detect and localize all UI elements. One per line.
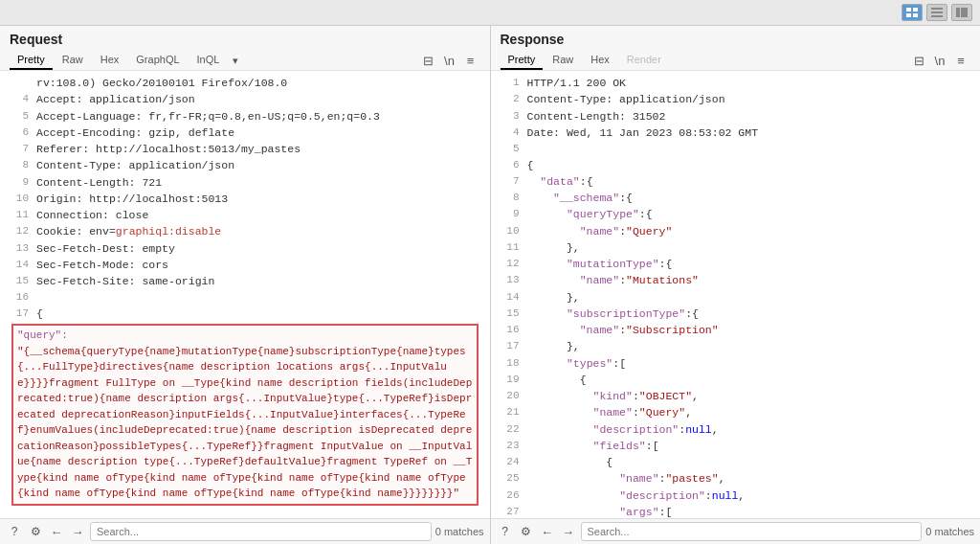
- tab-request-raw[interactable]: Raw: [55, 51, 91, 70]
- request-line-4: 4 Accept: application/json: [0, 91, 490, 107]
- settings-icon[interactable]: ⚙: [27, 523, 44, 540]
- svg-rect-8: [961, 8, 968, 17]
- svg-rect-7: [956, 8, 960, 17]
- request-footer: ? ⚙ ← → 0 matches: [0, 518, 490, 544]
- response-prev-match-button[interactable]: ←: [539, 523, 556, 540]
- response-line-2: 2 Content-Type: application/json: [491, 91, 981, 107]
- request-title: Request: [10, 32, 480, 47]
- response-line-6: 6 {: [491, 157, 981, 173]
- request-match-count: 0 matches: [435, 526, 484, 537]
- request-line-13: 13 Sec-Fetch-Dest: empty: [0, 240, 490, 257]
- svg-rect-6: [931, 15, 943, 17]
- response-line-5: 5: [491, 141, 981, 157]
- response-content: 1 HTTP/1.1 200 OK 2 Content-Type: applic…: [491, 71, 981, 518]
- request-line-8: 8 Content-Type: application/json: [0, 157, 490, 173]
- tab-response-raw[interactable]: Raw: [545, 51, 581, 70]
- response-line-11: 11 },: [491, 239, 981, 256]
- inql-dropdown[interactable]: ▾: [229, 52, 242, 70]
- tab-response-hex[interactable]: Hex: [583, 51, 617, 70]
- response-line-13: 13 "name":"Mutations": [491, 272, 981, 288]
- response-line-18: 18 "types":[: [491, 355, 981, 372]
- wrap-icon[interactable]: ⊟: [419, 52, 438, 69]
- response-line-1: 1 HTTP/1.1 200 OK: [491, 75, 981, 91]
- response-line-12: 12 "mutationType":{: [491, 256, 981, 272]
- response-line-21: 21 "name":"Query",: [491, 404, 981, 420]
- request-line-scroll: rv:108.0) Gecko/20100101 Firefox/108.0: [0, 75, 490, 91]
- tab-request-pretty[interactable]: Pretty: [10, 51, 53, 70]
- response-line-20: 20 "kind":"OBJECT",: [491, 388, 981, 404]
- request-query-block: "query": "{__schema{queryType{name}mutat…: [11, 324, 479, 506]
- prev-match-button[interactable]: ←: [48, 523, 65, 540]
- request-line-12: 12 Cookie: env=graphiql:disable: [0, 223, 490, 239]
- next-match-button[interactable]: →: [69, 523, 86, 540]
- svg-rect-3: [913, 13, 918, 17]
- response-footer: ? ⚙ ← → 0 matches: [491, 518, 981, 544]
- request-line-14: 14 Sec-Fetch-Mode: cors: [0, 257, 490, 273]
- response-title: Response: [501, 32, 971, 47]
- tab-request-graphql[interactable]: GraphQL: [128, 51, 187, 70]
- request-content: rv:108.0) Gecko/20100101 Firefox/108.0 4…: [0, 71, 490, 518]
- request-line-10: 10 Origin: http://localhost:5013: [0, 191, 490, 207]
- tab-request-inql[interactable]: InQL: [189, 51, 228, 70]
- response-line-16: 16 "name":"Subscription": [491, 322, 981, 338]
- response-header: Response Pretty Raw Hex Render ⊟ \n ≡: [491, 26, 981, 71]
- response-wrap-icon[interactable]: ⊟: [909, 52, 928, 69]
- response-line-3: 3 Content-Length: 31502: [491, 108, 981, 125]
- request-header: Request Pretty Raw Hex GraphQL InQL ▾ ⊟ …: [0, 26, 490, 71]
- svg-rect-4: [931, 8, 943, 10]
- response-line-27: 27 "args":[: [491, 504, 981, 518]
- response-line-17: 17 },: [491, 338, 981, 354]
- response-line-25: 25 "name":"pastes",: [491, 470, 981, 487]
- response-line-26: 26 "description":null,: [491, 487, 981, 504]
- response-help-icon[interactable]: ?: [497, 523, 514, 540]
- response-search-input[interactable]: [581, 522, 923, 541]
- top-bar: [0, 0, 980, 26]
- response-panel: Response Pretty Raw Hex Render ⊟ \n ≡ 1 …: [491, 26, 981, 544]
- svg-rect-5: [931, 11, 943, 13]
- request-line-11: 11 Connection: close: [0, 207, 490, 223]
- response-next-match-button[interactable]: →: [560, 523, 577, 540]
- response-line-10: 10 "name":"Query": [491, 223, 981, 239]
- request-panel: Request Pretty Raw Hex GraphQL InQL ▾ ⊟ …: [0, 26, 491, 544]
- response-line-23: 23 "fields":[: [491, 438, 981, 454]
- list-view-btn[interactable]: [926, 4, 947, 21]
- response-line-4: 4 Date: Wed, 11 Jan 2023 08:53:02 GMT: [491, 125, 981, 141]
- request-line-16: 16: [0, 289, 490, 306]
- help-icon[interactable]: ?: [6, 523, 23, 540]
- request-line-5: 5 Accept-Language: fr,fr-FR;q=0.8,en-US;…: [0, 108, 490, 125]
- response-line-7: 7 "data":{: [491, 173, 981, 190]
- response-settings-icon[interactable]: ⚙: [518, 523, 535, 540]
- response-line-15: 15 "subscriptionType":{: [491, 306, 981, 322]
- response-line-8: 8 "__schema":{: [491, 190, 981, 206]
- request-line-17: 17 {: [0, 306, 490, 322]
- grid-view-btn[interactable]: [902, 4, 923, 21]
- detail-view-btn[interactable]: [951, 4, 972, 21]
- response-menu-icon[interactable]: ≡: [951, 52, 970, 69]
- tab-response-pretty[interactable]: Pretty: [501, 51, 544, 70]
- tab-response-render[interactable]: Render: [619, 51, 669, 70]
- svg-rect-1: [913, 8, 918, 11]
- response-newline-icon[interactable]: \n: [930, 52, 949, 69]
- svg-rect-2: [906, 13, 911, 17]
- newline-icon[interactable]: \n: [440, 52, 459, 69]
- request-search-input[interactable]: [90, 522, 432, 541]
- response-line-22: 22 "description":null,: [491, 421, 981, 438]
- response-line-9: 9 "queryType":{: [491, 206, 981, 222]
- request-line-15: 15 Sec-Fetch-Site: same-origin: [0, 273, 490, 289]
- request-line-7: 7 Referer: http://localhost:5013/my_past…: [0, 141, 490, 157]
- tab-request-hex[interactable]: Hex: [93, 51, 127, 70]
- response-line-19: 19 {: [491, 372, 981, 388]
- svg-rect-0: [906, 8, 911, 11]
- request-line-6: 6 Accept-Encoding: gzip, deflate: [0, 125, 490, 141]
- response-line-14: 14 },: [491, 289, 981, 306]
- menu-icon[interactable]: ≡: [461, 52, 480, 69]
- response-match-count: 0 matches: [925, 526, 974, 537]
- response-line-24: 24 {: [491, 454, 981, 470]
- request-line-9: 9 Content-Length: 721: [0, 174, 490, 191]
